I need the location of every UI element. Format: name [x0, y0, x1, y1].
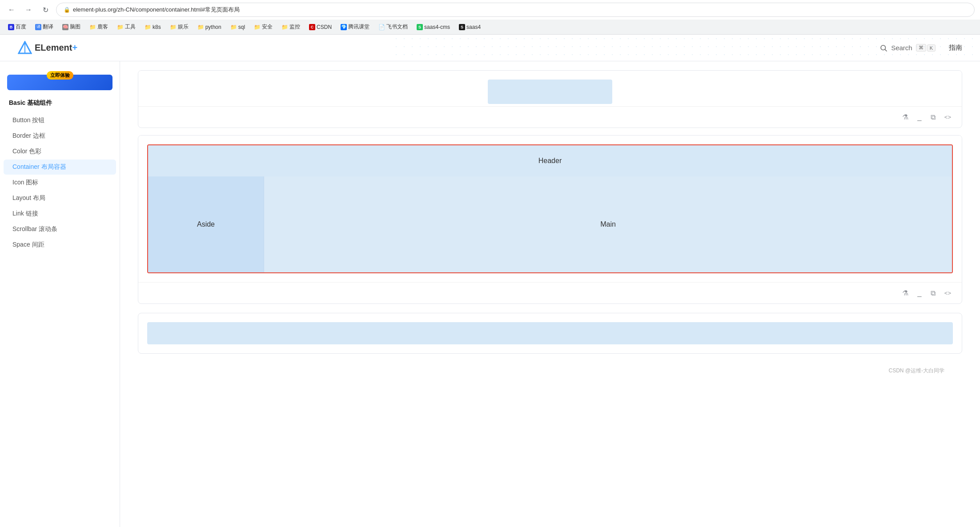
sidebar-item-icon[interactable]: Icon 图标 [4, 175, 116, 190]
svg-line-3 [885, 49, 887, 51]
container-demo: Header Aside Main [147, 144, 953, 273]
footer-credit: CSDN @运维-大白同学 [888, 367, 944, 374]
sidebar-item-layout[interactable]: Layout 布局 [4, 191, 116, 206]
bookmark-translate[interactable]: 译 翻译 [32, 22, 56, 32]
demo-section-next [138, 313, 962, 354]
bookmark-tools[interactable]: 📁 工具 [114, 22, 138, 32]
element-plus-logo-icon [18, 41, 32, 55]
bookmark-security[interactable]: 📁 安全 [251, 22, 275, 32]
search-label: Search [891, 44, 912, 52]
demo-section-container: Header Aside Main ⚗ [138, 135, 962, 304]
bookmark-baidu[interactable]: B 百度 [5, 22, 29, 32]
main-content: ⚗ ⎯ ⧉ <> Header Aside [120, 35, 980, 527]
search-button[interactable]: Search ⌘ K [880, 44, 936, 52]
guide-link[interactable]: 指南 [949, 44, 962, 52]
sidebar-section-title: Basic 基础组件 [0, 99, 120, 112]
prev-demo-preview [138, 71, 962, 106]
fork-button-prev[interactable]: ⎯ [916, 112, 924, 123]
sidebar-cta: 立即体验 [7, 75, 112, 90]
bookmark-csdn[interactable]: C CSDN [306, 23, 334, 31]
bookmark-luke[interactable]: 📁 鹿客 [87, 22, 111, 32]
bookmark-tencent[interactable]: 💎 腾讯课堂 [338, 22, 372, 32]
bookmark-saas4-cms[interactable]: S saas4-cms [414, 23, 453, 31]
next-preview [138, 313, 962, 353]
code-button-prev[interactable]: <> [943, 112, 953, 122]
kbd-k: K [927, 44, 936, 52]
back-button[interactable]: ← [5, 4, 18, 16]
sidebar-item-space[interactable]: Space 间距 [4, 237, 116, 252]
prev-demo-actions: ⚗ ⎯ ⧉ <> [138, 106, 962, 128]
demo-actions: ⚗ ⎯ ⧉ <> [138, 282, 962, 303]
bookmark-python[interactable]: 📁 python [195, 23, 224, 31]
browser-chrome: ← → ↻ 🔒 element-plus.org/zh-CN/component… [0, 0, 980, 35]
browser-toolbar: ← → ↻ 🔒 element-plus.org/zh-CN/component… [0, 0, 980, 20]
cta-badge: 立即体验 [47, 71, 73, 80]
bookmark-sql[interactable]: 📁 sql [228, 23, 248, 31]
lock-icon: 🔒 [64, 7, 70, 13]
bookmark-monitor[interactable]: 📁 监控 [279, 22, 303, 32]
sidebar-item-border[interactable]: Border 边框 [4, 128, 116, 144]
demo-header: Header [148, 145, 952, 176]
flask-button-prev[interactable]: ⚗ [900, 111, 910, 123]
search-icon [880, 44, 888, 52]
bookmark-mindmap[interactable]: 🧠 脑图 [60, 22, 83, 32]
bookmark-saas4[interactable]: S saas4 [456, 23, 483, 31]
prev-demo-bar [488, 80, 612, 104]
demo-aside: Aside [148, 176, 264, 272]
cta-button[interactable]: 立即体验 [7, 75, 112, 90]
bookmark-k8s[interactable]: 📁 k8s [142, 23, 164, 31]
copy-button-prev[interactable]: ⧉ [929, 112, 937, 123]
content-inner: ⚗ ⎯ ⧉ <> Header Aside [120, 61, 980, 388]
sidebar-item-container[interactable]: Container 布局容器 [4, 160, 116, 175]
forward-button[interactable]: → [22, 4, 35, 16]
sidebar-item-color[interactable]: Color 色彩 [4, 144, 116, 159]
demo-body: Aside Main [148, 176, 952, 272]
search-keyboard-shortcut: ⌘ K [916, 44, 936, 52]
fork-button[interactable]: ⎯ [916, 287, 924, 299]
sidebar-item-scrollbar[interactable]: Scrollbar 滚动条 [4, 222, 116, 237]
bookmark-feishu[interactable]: 📄 飞书文档 [376, 22, 410, 32]
flask-button[interactable]: ⚗ [900, 287, 910, 299]
sidebar-item-link[interactable]: Link 链接 [4, 206, 116, 221]
kbd-cmd: ⌘ [916, 44, 926, 52]
sidebar-item-button[interactable]: Button 按钮 [4, 113, 116, 128]
url-text: element-plus.org/zh-CN/component/contain… [73, 6, 240, 14]
demo-main: Main [264, 176, 952, 272]
page-footer: CSDN @运维-大白同学 [138, 363, 962, 379]
sidebar: 立即体验 Basic 基础组件 Button 按钮 Border 边框 Colo… [0, 35, 120, 527]
bookmark-entertainment[interactable]: 📁 娱乐 [167, 22, 191, 32]
refresh-button[interactable]: ↻ [39, 4, 52, 16]
bookmarks-bar: B 百度 译 翻译 🧠 脑图 📁 鹿客 📁 工具 📁 k8s 📁 娱乐 📁 [0, 20, 980, 35]
code-button[interactable]: <> [943, 288, 953, 298]
demo-section-previous: ⚗ ⎯ ⧉ <> [138, 70, 962, 128]
site-header: ELement+ Search ⌘ K 指南 [0, 35, 980, 61]
copy-button[interactable]: ⧉ [929, 287, 937, 299]
address-bar[interactable]: 🔒 element-plus.org/zh-CN/component/conta… [56, 3, 975, 17]
demo-preview: Header Aside Main [138, 136, 962, 282]
site-logo[interactable]: ELement+ [18, 41, 77, 55]
next-preview-bar [147, 322, 953, 344]
page-wrapper: ELement+ Search ⌘ K 指南 立即体验 Basic 基础组件 [0, 35, 980, 527]
logo-text: ELement+ [35, 43, 77, 53]
svg-point-2 [881, 45, 886, 50]
